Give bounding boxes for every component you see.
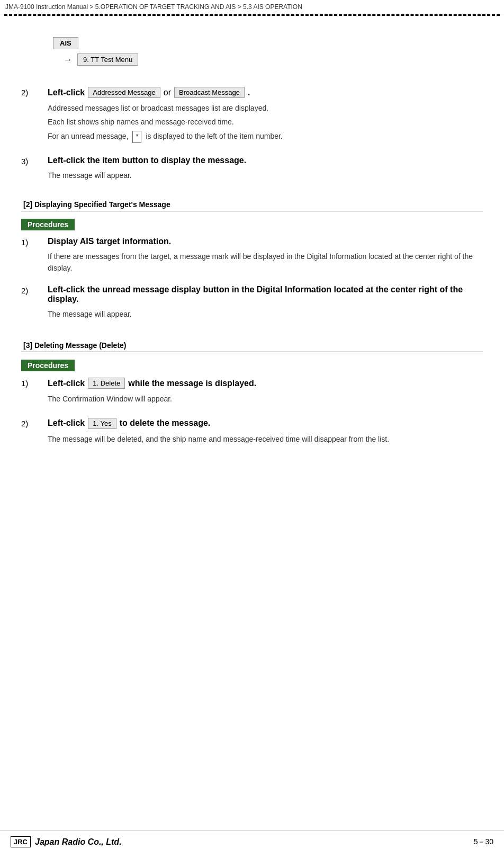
arrow-row: → 9. TT Test Menu <box>64 53 483 66</box>
delete-step-1-body: The Confirmation Window will appear. <box>48 393 483 405</box>
delete-step-1-row: 1) Left-click 1. Delete while the messag… <box>21 378 483 405</box>
delete-step-2-label-pre: Left-click <box>48 418 85 428</box>
arrow-icon: → <box>64 55 72 65</box>
display-step-1-body-text: If there are messages from the target, a… <box>48 251 483 274</box>
display-step-1-row: 1) Display AIS target information. If th… <box>21 237 483 274</box>
display-step-2-label: Left-click the unread message display bu… <box>48 285 483 304</box>
display-step-2-body-text: The message will appear. <box>48 308 483 320</box>
delete-button[interactable]: 1. Delete <box>88 378 125 389</box>
step-3-body-text: The message will appear. <box>48 169 483 181</box>
procedures-badge-1: Procedures <box>21 219 75 230</box>
step-3-body: The message will appear. <box>48 169 483 181</box>
procedures-badge-2: Procedures <box>21 360 75 371</box>
delete-step-1-title: Left-click 1. Delete while the message i… <box>48 378 483 389</box>
breadcrumb: JMA-9100 Instruction Manual > 5.OPERATIO… <box>0 0 504 14</box>
delete-step-1-label-post: while the message is displayed. <box>128 379 256 388</box>
step-3-content: Left-click the item button to display th… <box>48 156 483 181</box>
step-2-body-line1: Addressed messages list or broadcast mes… <box>48 102 483 114</box>
page-number: 5－30 <box>474 837 493 847</box>
delete-step-1-number: 1) <box>21 379 48 388</box>
body3-pre: For an unread message, <box>48 132 129 140</box>
step-2-content: Left-click Addressed Message or Broadcas… <box>48 87 483 143</box>
delete-step-2-body: The message will be deleted, and the shi… <box>48 433 483 445</box>
display-step-2-title: Left-click the unread message display bu… <box>48 285 483 304</box>
step-3-label: Left-click the item button to display th… <box>48 156 246 165</box>
yes-button[interactable]: 1. Yes <box>88 418 116 429</box>
step-3-title: Left-click the item button to display th… <box>48 156 483 165</box>
jrc-label: JRC <box>11 836 31 847</box>
company-name: Japan Radio Co., Ltd. <box>35 837 122 847</box>
step-2-row: 2) Left-click Addressed Message or Broad… <box>21 87 483 143</box>
delete-step-1-content: Left-click 1. Delete while the message i… <box>48 378 483 405</box>
or-text: or <box>164 88 171 97</box>
tt-test-menu-button[interactable]: 9. TT Test Menu <box>77 53 138 66</box>
delete-step-2-row: 2) Left-click 1. Yes to delete the messa… <box>21 418 483 445</box>
delete-step-1-label-pre: Left-click <box>48 379 85 388</box>
section-displaying-label: [2] Displaying Specified Target's Messag… <box>21 200 170 209</box>
display-step-2-row: 2) Left-click the unread message display… <box>21 285 483 320</box>
section-deleting-header: [3] Deleting Message (Delete) <box>21 341 483 352</box>
step-2-body: Addressed messages list or broadcast mes… <box>48 102 483 143</box>
display-step-2-number: 2) <box>21 286 48 295</box>
step-2-title: Left-click Addressed Message or Broadcas… <box>48 87 483 98</box>
step-3-row: 3) Left-click the item button to display… <box>21 156 483 181</box>
display-step-1-title: Display AIS target information. <box>48 237 483 246</box>
ais-button[interactable]: AIS <box>53 37 78 49</box>
section-displaying-header: [2] Displaying Specified Target's Messag… <box>21 200 483 211</box>
delete-step-2-number: 2) <box>21 419 48 428</box>
display-step-2-content: Left-click the unread message display bu… <box>48 285 483 320</box>
section-deleting-label: [3] Deleting Message (Delete) <box>21 341 127 350</box>
step-3-number: 3) <box>21 157 48 166</box>
step-2-number: 2) <box>21 88 48 97</box>
delete-step-2-title: Left-click 1. Yes to delete the message. <box>48 418 483 429</box>
breadcrumb-text: JMA-9100 Instruction Manual > 5.OPERATIO… <box>5 3 302 11</box>
delete-step-2-label-post: to delete the message. <box>120 418 211 428</box>
asterisk-box: * <box>132 131 141 143</box>
display-step-1-number: 1) <box>21 238 48 247</box>
footer: JRC Japan Radio Co., Ltd. 5－30 <box>0 830 504 847</box>
footer-logo: JRC Japan Radio Co., Ltd. <box>11 836 122 847</box>
dot-punctuation: . <box>248 88 250 97</box>
step-2-body-line3: For an unread message, * is displayed to… <box>48 130 483 143</box>
body3-post: is displayed to the left of the item num… <box>146 132 282 140</box>
delete-step-1-body-text: The Confirmation Window will appear. <box>48 393 483 405</box>
delete-step-2-content: Left-click 1. Yes to delete the message.… <box>48 418 483 445</box>
step-2-label: Left-click <box>48 88 85 97</box>
display-step-1-body: If there are messages from the target, a… <box>48 251 483 274</box>
display-step-2-body: The message will appear. <box>48 308 483 320</box>
broadcast-message-button[interactable]: Broadcast Message <box>174 87 245 98</box>
step-2-body-line2: Each list shows ship names and message-r… <box>48 116 483 128</box>
delete-step-2-body-text: The message will be deleted, and the shi… <box>48 433 483 445</box>
display-step-1-label: Display AIS target information. <box>48 237 171 246</box>
display-step-1-content: Display AIS target information. If there… <box>48 237 483 274</box>
addressed-message-button[interactable]: Addressed Message <box>88 87 160 98</box>
